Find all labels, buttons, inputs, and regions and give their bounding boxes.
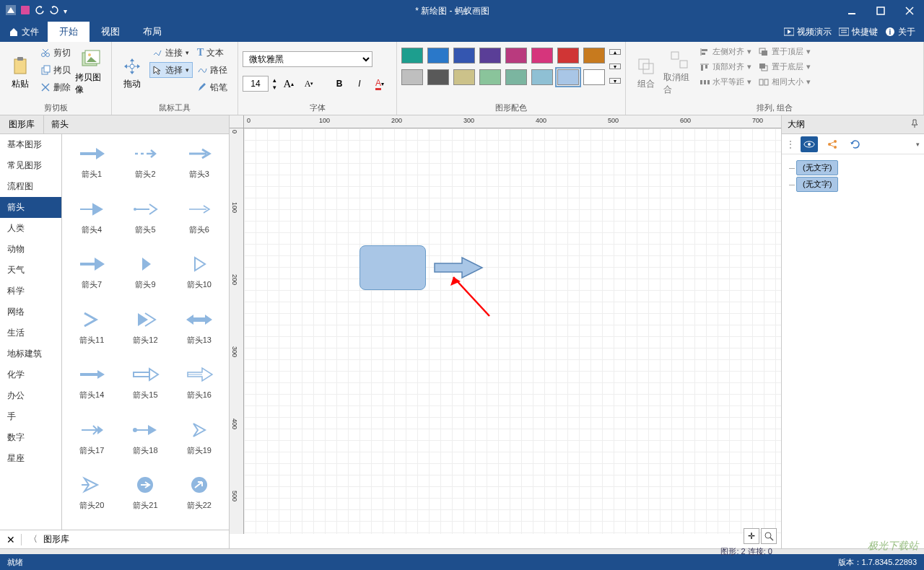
menu-view[interactable]: 视图 — [90, 22, 131, 42]
redo-icon[interactable] — [49, 5, 59, 17]
color-swatch[interactable] — [583, 69, 605, 85]
copy-image-button[interactable]: 拷贝图像 — [75, 45, 107, 101]
canvas[interactable] — [244, 128, 781, 534]
pin-icon[interactable] — [911, 119, 918, 130]
color-swatch[interactable] — [479, 48, 501, 63]
outline-item-2[interactable]: (无文字) — [796, 177, 838, 192]
menu-start[interactable]: 开始 — [48, 22, 90, 42]
refresh-button[interactable] — [847, 136, 864, 152]
video-demo-link[interactable]: 视频演示 — [784, 26, 832, 38]
menu-layout[interactable]: 布局 — [131, 22, 173, 42]
shortcuts-link[interactable]: 快捷键 — [839, 26, 878, 38]
color-scroll-up[interactable]: ▴ — [609, 49, 621, 55]
share-view-button[interactable] — [824, 136, 841, 152]
size-spinner[interactable]: ▴▾ — [273, 76, 276, 91]
shape-item[interactable]: 箭头3 — [173, 140, 226, 193]
grow-font-button[interactable]: A▴ — [281, 76, 297, 92]
zoom-button[interactable] — [761, 528, 777, 544]
category-item[interactable]: 数字 — [0, 427, 61, 448]
shape-item[interactable]: 箭头19 — [173, 416, 226, 469]
color-swatch[interactable] — [479, 69, 501, 85]
copy-button[interactable]: 拷贝 — [38, 62, 74, 78]
connect-button[interactable]: 连接 ▾ — [149, 45, 193, 61]
shape-item[interactable]: 箭头14 — [65, 361, 118, 413]
align-left-button[interactable]: 左侧对齐 ▾ — [697, 45, 754, 58]
category-item[interactable]: 化学 — [0, 364, 61, 385]
shape-item[interactable]: 箭头6 — [173, 196, 226, 248]
category-item[interactable]: 星座 — [0, 448, 61, 469]
h-distribute-button[interactable]: 水平等距 ▾ — [697, 75, 754, 89]
category-item[interactable]: 常见图形 — [0, 155, 61, 176]
color-swatch[interactable] — [505, 48, 527, 63]
category-item[interactable]: 基本图形 — [0, 134, 61, 155]
undo-icon[interactable] — [35, 5, 45, 17]
shape-item[interactable]: 箭头4 — [65, 196, 118, 248]
color-swatch[interactable] — [427, 48, 449, 63]
shape-item[interactable]: 箭头1 — [65, 140, 118, 193]
shrink-font-button[interactable]: A▾ — [301, 76, 317, 92]
color-swatch[interactable] — [531, 48, 553, 63]
drag-handle-icon[interactable]: ⋮ — [786, 139, 795, 149]
panel-back-button[interactable]: 〈图形库 — [22, 533, 229, 545]
color-swatch[interactable] — [505, 69, 527, 85]
shape-item[interactable]: 箭头5 — [118, 196, 172, 248]
menu-file[interactable]: 文件 — [0, 22, 48, 42]
shape-item[interactable]: 箭头11 — [65, 306, 118, 359]
delete-button[interactable]: 删除 — [38, 79, 74, 95]
minimize-button[interactable] — [837, 0, 866, 22]
font-color-button[interactable]: A ▾ — [372, 76, 388, 92]
category-item[interactable]: 动物 — [0, 239, 61, 260]
cut-button[interactable]: 剪切 — [38, 45, 74, 61]
shape-item[interactable]: 箭头22 — [173, 471, 226, 524]
select-button[interactable]: 选择 ▾ — [149, 62, 193, 78]
color-scroll-down[interactable]: ▾ — [609, 63, 621, 69]
bold-button[interactable]: B — [331, 76, 347, 92]
text-button[interactable]: T文本 — [194, 45, 233, 61]
color-swatch[interactable] — [453, 48, 475, 63]
paste-button[interactable]: 粘贴 — [4, 45, 36, 101]
shape-item[interactable]: 箭头10 — [173, 250, 226, 303]
panel-menu-icon[interactable]: ▾ — [916, 141, 920, 148]
shape-item[interactable]: 箭头17 — [65, 416, 118, 469]
bring-front-button[interactable]: 置于顶层 ▾ — [756, 45, 814, 58]
shape-item[interactable]: 箭头7 — [65, 250, 118, 303]
category-item[interactable]: 箭头 — [0, 197, 61, 218]
maximize-button[interactable] — [866, 0, 895, 22]
category-item[interactable]: 网络 — [0, 302, 61, 323]
shape-item[interactable]: 箭头2 — [118, 140, 172, 193]
about-link[interactable]: i关于 — [885, 26, 915, 38]
color-swatch[interactable] — [401, 48, 423, 63]
category-item[interactable]: 流程图 — [0, 176, 61, 197]
drag-button[interactable]: 拖动 — [116, 45, 148, 101]
outline-item-1[interactable]: (无文字) — [796, 160, 838, 175]
category-item[interactable]: 办公 — [0, 385, 61, 406]
color-swatch[interactable] — [401, 69, 423, 85]
pencil-button[interactable]: 铅笔 — [194, 79, 233, 95]
save-icon[interactable] — [20, 5, 30, 17]
shape-item[interactable]: 箭头21 — [118, 471, 172, 524]
font-family-select[interactable]: 微软雅黑 — [243, 51, 372, 67]
align-top-button[interactable]: 顶部对齐 ▾ — [697, 60, 754, 74]
shape-item[interactable]: 箭头13 — [173, 306, 226, 359]
library-tab[interactable]: 图形库 — [0, 115, 44, 133]
font-size-input[interactable] — [243, 76, 269, 92]
shape-item[interactable]: 箭头20 — [65, 471, 118, 524]
color-swatch[interactable] — [583, 48, 605, 63]
color-swatch[interactable] — [453, 69, 475, 85]
shape-item[interactable]: 箭头9 — [118, 250, 172, 303]
category-item[interactable]: 手 — [0, 406, 61, 427]
panel-close-button[interactable]: ✕ — [0, 534, 22, 545]
color-swatch[interactable] — [557, 48, 579, 63]
outline-view-button[interactable] — [801, 136, 818, 152]
shape-item[interactable]: 箭头15 — [118, 361, 172, 413]
color-more-button[interactable]: ▾ — [609, 78, 621, 84]
color-swatch[interactable] — [427, 69, 449, 85]
combine-button[interactable]: 组合 — [630, 45, 662, 101]
italic-button[interactable]: I — [352, 76, 367, 92]
color-swatch[interactable] — [557, 69, 579, 85]
uncombine-button[interactable]: 取消组合 — [663, 45, 695, 101]
send-back-button[interactable]: 置于底层 ▾ — [756, 60, 814, 74]
category-item[interactable]: 地标建筑 — [0, 343, 61, 364]
category-item[interactable]: 生活 — [0, 323, 61, 343]
shape-item[interactable]: 箭头16 — [173, 361, 226, 413]
